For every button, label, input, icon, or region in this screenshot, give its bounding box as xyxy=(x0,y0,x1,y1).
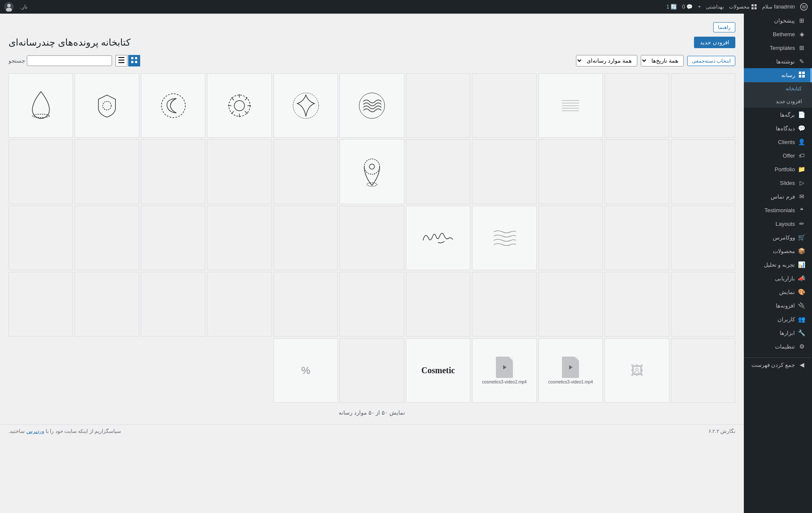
sidebar-item-users[interactable]: 👥 کاربران xyxy=(744,312,812,326)
media-item[interactable] xyxy=(605,139,669,204)
sidebar-item-comments[interactable]: 💬 دیدگاه‌ها xyxy=(744,121,812,135)
media-item[interactable] xyxy=(671,206,735,270)
media-item[interactable] xyxy=(605,206,669,270)
sidebar-item-layouts[interactable]: ✏ Layouts xyxy=(744,217,812,231)
grid-view-button[interactable] xyxy=(128,55,140,66)
search-input[interactable] xyxy=(27,55,112,66)
media-item[interactable] xyxy=(605,73,669,138)
media-item-wavy-lines[interactable] xyxy=(472,206,536,270)
svg-line-33 xyxy=(245,111,248,114)
media-item[interactable] xyxy=(141,272,205,336)
media-item[interactable] xyxy=(75,139,139,204)
media-item[interactable] xyxy=(9,139,73,204)
sidebar-item-templates[interactable]: ⊞ Templates xyxy=(744,41,812,55)
media-item[interactable] xyxy=(671,338,735,403)
sidebar-item-products[interactable]: 📦 محصولات xyxy=(744,244,812,258)
media-item[interactable] xyxy=(406,272,470,336)
media-item[interactable] xyxy=(274,206,338,270)
svg-rect-11 xyxy=(799,75,801,78)
sidebar-item-contact-form[interactable]: ✉ فرم تماس xyxy=(744,190,812,203)
media-item[interactable] xyxy=(472,272,536,336)
sidebar-item-marketing[interactable]: 📣 بازاریابی xyxy=(744,271,812,285)
media-type-filter-select[interactable]: همة موارد رسانه‌ای xyxy=(576,55,637,66)
wp-logo-icon[interactable]: W xyxy=(800,3,808,11)
sidebar-item-posts[interactable]: ✎ نوشته‌ها xyxy=(744,55,812,68)
media-item-waves[interactable] xyxy=(340,73,404,138)
media-item[interactable] xyxy=(538,206,603,270)
media-item[interactable] xyxy=(141,139,205,204)
sidebar-item-portfolio[interactable]: 📁 Portfolio xyxy=(744,162,812,176)
sidebar-item-settings[interactable]: ⚙ تنظیمات xyxy=(744,340,812,353)
media-item-percent[interactable]: % xyxy=(274,338,338,403)
date-filter-select[interactable]: همة تاریخ‌ها xyxy=(641,55,684,66)
wordpress-link[interactable]: وردپرس xyxy=(26,428,44,434)
media-item[interactable] xyxy=(9,206,73,270)
bulk-select-button[interactable]: انتخاب دسته‌جمعی xyxy=(687,56,735,66)
media-item-video2[interactable]: cosmetics3-video2.mp4 xyxy=(472,338,536,403)
media-item[interactable] xyxy=(207,139,271,204)
dashboard-admin-link[interactable]: بهداشتی xyxy=(706,4,724,10)
media-item-moon[interactable] xyxy=(141,73,205,138)
howdy-label[interactable]: نارہ xyxy=(19,4,27,10)
sidebar-item-offer[interactable]: 🏷 Offer xyxy=(744,149,812,162)
user-avatar[interactable] xyxy=(4,2,14,12)
add-new-button[interactable]: افزودن جدید xyxy=(694,37,735,48)
media-item-text-lines[interactable] xyxy=(538,73,603,138)
dashboard-link[interactable]: محصولات xyxy=(729,4,757,10)
sidebar-item-appearance[interactable]: 🎨 نمایش xyxy=(744,285,812,299)
sidebar-item-add-media[interactable]: افزودن جدید xyxy=(744,95,812,108)
adminbar-left: نارہ xyxy=(4,2,27,12)
media-item[interactable] xyxy=(472,139,536,204)
sidebar-item-clients[interactable]: 👤 Clients xyxy=(744,135,812,149)
analytics-icon: 📊 xyxy=(798,261,805,268)
sidebar-item-library[interactable]: کتابخانه xyxy=(744,82,812,95)
media-item[interactable] xyxy=(671,73,735,138)
media-item[interactable] xyxy=(671,272,735,336)
media-item[interactable] xyxy=(141,206,205,270)
updates-count[interactable]: 🔄 1 xyxy=(666,4,677,10)
media-item-image-placeholder[interactable]: 🖼 xyxy=(605,338,669,403)
add-new-icon[interactable]: + xyxy=(698,4,701,10)
guide-button[interactable]: راهنما xyxy=(713,22,735,32)
media-item-sun[interactable] xyxy=(207,73,271,138)
sidebar-item-betheme[interactable]: ◈ Betheme xyxy=(744,27,812,41)
media-item[interactable] xyxy=(538,272,603,336)
media-item[interactable] xyxy=(406,139,470,204)
media-item-shield[interactable] xyxy=(75,73,139,138)
media-item[interactable] xyxy=(340,338,404,403)
media-item-star[interactable] xyxy=(274,73,338,138)
media-item[interactable] xyxy=(274,139,338,204)
media-item[interactable] xyxy=(671,139,735,204)
collapse-icon: ◀ xyxy=(798,361,805,368)
media-item[interactable] xyxy=(207,206,271,270)
media-item-video1[interactable]: cosmetics3-video1.mp4 xyxy=(538,338,603,403)
sidebar-item-testimonials[interactable]: ❝ Testimonials xyxy=(744,203,812,217)
sidebar-item-analytics[interactable]: 📊 تجربه و تحلیل xyxy=(744,258,812,271)
media-item[interactable] xyxy=(472,73,536,138)
media-item[interactable] xyxy=(9,272,73,336)
media-item-location[interactable] xyxy=(340,139,404,204)
media-item[interactable] xyxy=(340,272,404,336)
media-item[interactable] xyxy=(340,206,404,270)
media-item[interactable] xyxy=(207,272,271,336)
media-item-signature[interactable] xyxy=(406,206,470,270)
media-item-cosmetic[interactable]: Cosmetic xyxy=(406,338,470,403)
media-item[interactable] xyxy=(605,272,669,336)
sidebar-item-tools[interactable]: 🔧 ابزارها xyxy=(744,326,812,340)
sidebar-item-woocommerce[interactable]: 🛒 ووکامرس xyxy=(744,231,812,244)
site-name[interactable]: fanadmin سلام xyxy=(762,4,795,10)
media-item[interactable] xyxy=(406,73,470,138)
sidebar-item-pages[interactable]: 📄 برگه‌ها xyxy=(744,108,812,121)
sidebar-item-collapse[interactable]: ◀ جمع کردن فهرست xyxy=(744,357,812,372)
media-item[interactable] xyxy=(274,272,338,336)
media-item[interactable] xyxy=(538,139,603,204)
comments-count[interactable]: 💬 0 xyxy=(682,4,693,10)
sidebar-item-dashboard[interactable]: ⊞ پیشخوان xyxy=(744,14,812,27)
sidebar-item-plugins[interactable]: 🔌 افزونه‌ها xyxy=(744,299,812,312)
media-item[interactable] xyxy=(75,272,139,336)
list-view-button[interactable] xyxy=(115,55,127,66)
media-item-drop[interactable] xyxy=(9,73,73,138)
sidebar-item-slides[interactable]: ▷ Slides xyxy=(744,176,812,190)
media-item[interactable] xyxy=(75,206,139,270)
sidebar-item-media[interactable]: رسانه xyxy=(744,68,812,82)
